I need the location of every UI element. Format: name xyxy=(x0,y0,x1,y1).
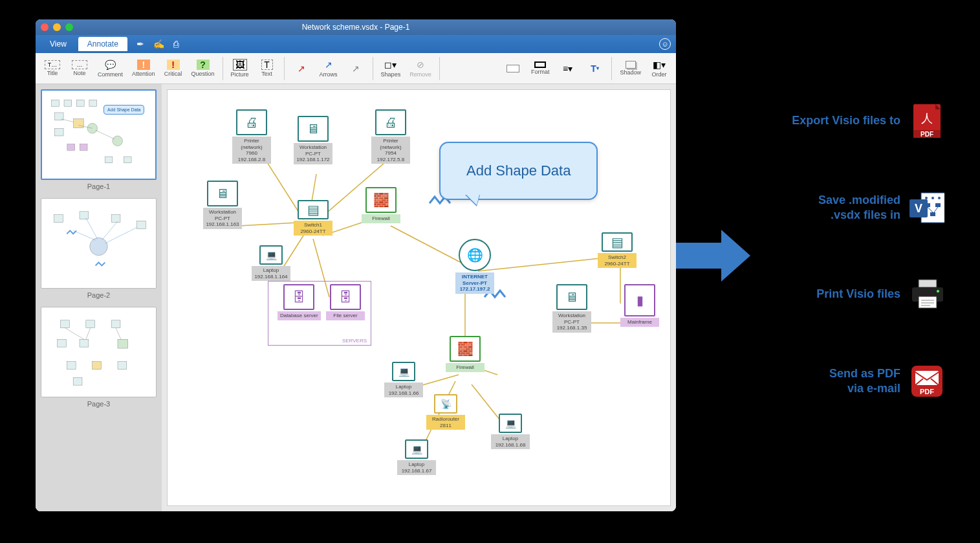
svg-rect-62 xyxy=(935,203,941,207)
svg-line-41 xyxy=(391,226,465,265)
printer-1[interactable]: 🖨Printer (network) 7960 192.168.2.8 xyxy=(232,109,271,164)
svg-rect-26 xyxy=(118,339,128,348)
shapes-button[interactable]: ◻▾Shapes xyxy=(377,58,405,79)
thumbnail-page-3[interactable] xyxy=(41,307,157,397)
feature-save: Save .modified .vsdx files in V xyxy=(763,190,944,225)
feedback-icon[interactable]: ☺ xyxy=(659,38,671,50)
features-panel: Export Visio files to 人PDF Save .modifie… xyxy=(763,104,944,450)
picture-button[interactable]: 🖼Picture xyxy=(227,58,253,79)
svg-line-33 xyxy=(116,328,121,340)
arrow-blue-button[interactable]: ↗Arrows xyxy=(316,58,342,79)
comment-button[interactable]: 💬Comment xyxy=(94,58,127,79)
svg-rect-16 xyxy=(54,215,63,223)
svg-rect-4 xyxy=(54,113,63,120)
app-window: Network scheme.vsdx - Page-1 View Annota… xyxy=(36,19,676,511)
toolbar: T…Title …Note 💬Comment !Attention !Criti… xyxy=(36,53,676,84)
svg-point-20 xyxy=(90,238,108,256)
shape-data-callout[interactable]: Add Shape Data xyxy=(439,142,598,200)
laptop-3[interactable]: 💻Laptop 192.168.1.67 xyxy=(397,439,436,475)
switch-2[interactable]: ▤Switch2 2960-24TT xyxy=(598,232,637,268)
printer-2[interactable]: 🖨Printer (network) 7954 192.172.5.8 xyxy=(371,109,410,164)
mainframe[interactable]: ▮Mainframe xyxy=(620,284,659,327)
tab-view[interactable]: View xyxy=(41,37,76,51)
fill-button[interactable] xyxy=(500,63,526,74)
svg-line-15 xyxy=(96,130,114,139)
critical-button[interactable]: !Critical xyxy=(160,58,186,78)
thumbnail-page-2[interactable] xyxy=(41,198,157,289)
sign-person-icon[interactable]: ✍ xyxy=(153,39,164,49)
align-button[interactable]: ≡▾ xyxy=(554,61,580,76)
svg-text:人: 人 xyxy=(921,112,933,125)
feature-print: Print Visio files xyxy=(763,277,944,312)
svg-rect-29 xyxy=(118,362,127,370)
remove-button[interactable]: ⊘Remove xyxy=(406,58,435,79)
svg-rect-3 xyxy=(89,100,97,107)
svg-text:PDF: PDF xyxy=(920,388,934,395)
svg-rect-25 xyxy=(80,339,89,347)
textcolor-button[interactable]: T▾ xyxy=(582,61,607,76)
svg-rect-30 xyxy=(73,377,82,385)
svg-rect-17 xyxy=(80,212,89,219)
svg-marker-52 xyxy=(676,230,750,282)
signature-icon[interactable]: ✒ xyxy=(136,39,144,49)
svg-rect-2 xyxy=(76,100,84,107)
workstation-right[interactable]: 🖥Workstation PC-PT 192.168.1.35 xyxy=(552,284,591,333)
svg-line-14 xyxy=(61,119,73,122)
firewall-1[interactable]: 🧱Firewall xyxy=(362,187,400,223)
svg-rect-63 xyxy=(930,212,935,216)
svg-text:V: V xyxy=(915,202,922,215)
printer-icon xyxy=(909,277,944,312)
svg-line-42 xyxy=(478,258,601,271)
laptop-1[interactable]: 💻Laptop 192.168.1.164 xyxy=(252,245,290,281)
text-button[interactable]: TText xyxy=(254,58,280,78)
attention-button[interactable]: !Attention xyxy=(128,58,159,78)
file-server[interactable]: 🗄File server xyxy=(326,284,365,320)
firewall-2[interactable]: 🧱Firewall xyxy=(446,336,485,372)
arrow-red-button[interactable]: ↗ xyxy=(289,61,314,76)
print-icon[interactable]: ⎙ xyxy=(173,39,179,49)
svg-rect-68 xyxy=(919,280,937,287)
workstation-left[interactable]: 🖥Workstation PC-PT 192.168.1.163 xyxy=(203,181,242,229)
svg-rect-28 xyxy=(93,362,102,370)
shadow-button[interactable]: Shadow xyxy=(616,60,645,77)
svg-line-32 xyxy=(86,328,91,340)
window-title: Network scheme.vsdx - Page-1 xyxy=(36,23,676,32)
tab-bar: View Annotate ✒ ✍ ⎙ ☺ xyxy=(36,35,676,53)
svg-point-58 xyxy=(925,197,928,199)
svg-rect-5 xyxy=(54,128,63,136)
arrow-move-button[interactable]: ↗ xyxy=(343,61,369,76)
workstation-top[interactable]: 🖥Workstation PC-PT 192.168.1.172 xyxy=(294,116,332,164)
stroke-button[interactable]: Format xyxy=(527,60,554,76)
svg-rect-0 xyxy=(52,100,60,107)
svg-point-8 xyxy=(113,136,123,146)
thumbnail-page-1[interactable]: Add Shape Data xyxy=(41,89,157,180)
thumb-label-3: Page-3 xyxy=(41,400,157,408)
tab-annotate[interactable]: Annotate xyxy=(78,37,127,51)
internet-node[interactable]: 🌐INTERNET Server-PT 172.17.197.2 xyxy=(455,239,494,294)
svg-rect-27 xyxy=(67,362,76,370)
svg-rect-24 xyxy=(58,339,67,347)
servers-label: SERVERS xyxy=(342,338,367,344)
pdf-icon: 人PDF xyxy=(909,104,944,139)
svg-rect-6 xyxy=(74,119,84,128)
title-button[interactable]: T…Title xyxy=(39,59,65,78)
svg-rect-11 xyxy=(105,157,113,163)
content-area: Add Shape Data Page-1 Page-2 xyxy=(36,84,676,511)
svg-rect-18 xyxy=(111,215,120,223)
svg-rect-23 xyxy=(111,320,120,328)
radiorouter[interactable]: 📡Radiorouter 2811 xyxy=(426,394,465,430)
question-button[interactable]: ?Question xyxy=(188,58,219,78)
svg-line-31 xyxy=(65,328,84,340)
mail-pdf-icon: PDF xyxy=(909,364,944,399)
laptop-2[interactable]: 💻Laptop 192.168.1.66 xyxy=(384,362,423,397)
feature-send: Send as PDF via e-mail PDF xyxy=(763,364,944,399)
svg-rect-9 xyxy=(67,144,75,151)
note-button[interactable]: …Note xyxy=(67,59,93,78)
laptop-4[interactable]: 💻Laptop 192.168.1.68 xyxy=(491,414,530,449)
thumb-callout: Add Shape Data xyxy=(103,105,144,115)
order-button[interactable]: ◧▾Order xyxy=(646,58,672,79)
switch-1[interactable]: ▤Switch1 2960-24TT xyxy=(294,200,332,236)
database-server[interactable]: 🗄Database server xyxy=(278,284,321,320)
canvas[interactable]: 🖨Printer (network) 7960 192.168.2.8 🖥Wor… xyxy=(167,89,671,506)
svg-rect-10 xyxy=(80,144,87,151)
